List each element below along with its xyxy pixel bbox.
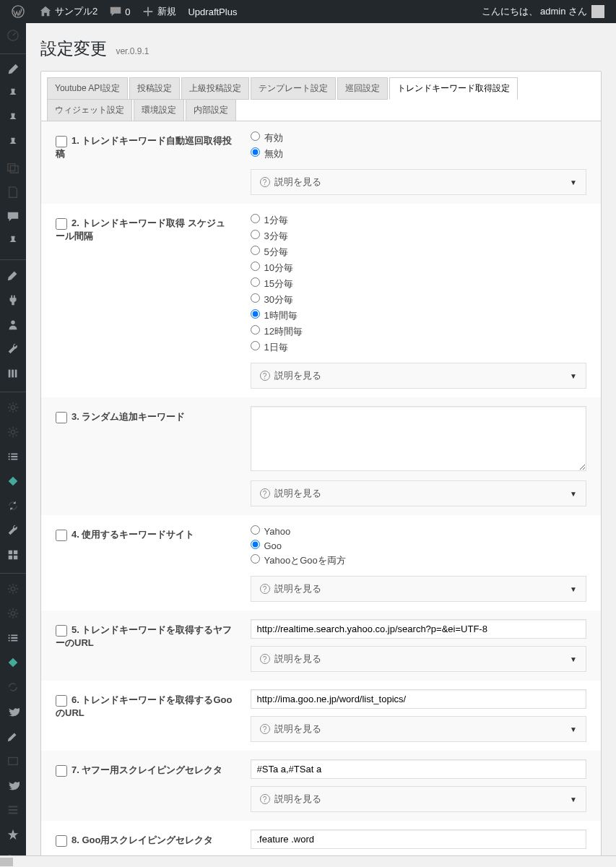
r2-option[interactable]: 12時間毎 [251,324,587,340]
tab-テンプレート設定[interactable]: テンプレート設定 [251,77,336,100]
menu-write[interactable] [0,724,26,749]
r2-radio[interactable] [251,293,260,303]
menu-pages[interactable] [0,180,26,204]
tab-Youtube API設定[interactable]: Youtube API設定 [47,77,128,100]
r2-option[interactable]: 1時間毎 [251,308,587,324]
menu-tools[interactable] [0,337,26,361]
row2-accordion[interactable]: ?説明を見る▼ [251,363,587,389]
row5-export-checkbox[interactable] [56,625,67,637]
r2-option[interactable]: 30分毎 [251,292,587,308]
menu-lines[interactable] [0,798,26,822]
menu-refresh-2[interactable] [0,675,26,699]
row2-export-checkbox[interactable] [56,218,67,230]
row5-accordion[interactable]: ?説明を見る▼ [251,646,587,672]
menu-gear-1[interactable] [0,395,26,420]
menu-tool-2[interactable] [0,518,26,543]
r2-option[interactable]: 3分毎 [251,228,587,244]
yahoo-url-input[interactable] [251,619,587,639]
new-content-link[interactable]: 新規 [136,0,182,23]
menu-dashboard[interactable] [0,23,26,48]
r1-option[interactable]: 無効 [251,146,587,162]
row6-accordion[interactable]: ?説明を見る▼ [251,716,587,742]
menu-appearance[interactable] [0,263,26,288]
wp-logo[interactable] [6,0,33,23]
r2-radio[interactable] [251,309,260,319]
r2-option[interactable]: 1分毎 [251,212,587,228]
tab-トレンドキーワード取得設定[interactable]: トレンドキーワード取得設定 [389,77,518,100]
r4-radio[interactable] [251,525,260,535]
tab-内部設定[interactable]: 内部設定 [186,99,236,121]
r4-option[interactable]: Yahoo [251,524,587,538]
menu-plugins[interactable] [0,288,26,312]
menu-pin-2[interactable] [0,106,26,131]
svg-rect-5 [15,370,17,378]
r2-option[interactable]: 5分毎 [251,244,587,260]
r4-option[interactable]: YahooとGooを両方 [251,553,587,569]
menu-gear-2[interactable] [0,420,26,444]
tab-巡回設定[interactable]: 巡回設定 [337,77,388,100]
r4-option[interactable]: Goo [251,538,587,553]
menu-refresh[interactable] [0,493,26,518]
menu-gear-4[interactable] [0,601,26,626]
row8-export-checkbox[interactable] [56,835,67,847]
menu-list-1[interactable] [0,444,26,469]
menu-gear-3[interactable] [0,577,26,601]
chevron-down-icon: ▼ [570,372,577,380]
r2-radio[interactable] [251,262,260,271]
r2-radio[interactable] [251,325,260,335]
menu-pin-3[interactable] [0,131,26,155]
r2-radio[interactable] [251,246,260,255]
row1-export-checkbox[interactable] [56,136,67,147]
r2-radio[interactable] [251,230,260,239]
r4-radio[interactable] [251,540,260,549]
random-keyword-textarea[interactable] [251,406,587,471]
row3-accordion[interactable]: ?説明を見る▼ [251,480,587,506]
r4-radio[interactable] [251,554,260,564]
row6-export-checkbox[interactable] [56,695,67,707]
updraft-link[interactable]: UpdraftPlus [182,0,243,23]
menu-diamond-2[interactable] [0,650,26,675]
row7-accordion[interactable]: ?説明を見る▼ [251,786,587,812]
menu-pin-4[interactable] [0,229,26,254]
row4-export-checkbox[interactable] [56,530,67,541]
yahoo-selector-input[interactable] [251,759,587,779]
menu-grid[interactable] [0,543,26,567]
chevron-down-icon: ▼ [570,585,577,593]
r1-radio[interactable] [251,131,260,141]
r2-radio[interactable] [251,341,260,350]
tab-ウィジェット設定[interactable]: ウィジェット設定 [47,99,132,121]
menu-comments[interactable] [0,204,26,229]
menu-star[interactable] [0,822,26,847]
account-link[interactable]: こんにちは、 admin さん [476,0,610,23]
menu-media[interactable] [0,155,26,180]
tab-環境設定[interactable]: 環境設定 [134,99,184,121]
r2-option[interactable]: 15分毎 [251,276,587,292]
menu-twitter-2[interactable] [0,773,26,798]
r1-radio[interactable] [251,147,260,157]
goo-selector-input[interactable] [251,829,587,849]
r2-radio[interactable] [251,277,260,287]
r2-option[interactable]: 10分毎 [251,260,587,276]
r2-radio[interactable] [251,214,260,223]
menu-twitter-1[interactable] [0,699,26,724]
scrollbar-thumb[interactable] [0,858,13,866]
menu-diamond-1[interactable] [0,469,26,493]
horizontal-scrollbar[interactable] [0,855,616,867]
row7-export-checkbox[interactable] [56,765,67,777]
goo-url-input[interactable] [251,689,587,709]
menu-box[interactable] [0,749,26,773]
menu-pin-1[interactable] [0,82,26,106]
r2-option[interactable]: 1日毎 [251,340,587,355]
row4-accordion[interactable]: ?説明を見る▼ [251,576,587,602]
r1-option[interactable]: 有効 [251,130,587,146]
tab-投稿設定[interactable]: 投稿設定 [129,77,180,100]
menu-settings[interactable] [0,361,26,386]
menu-list-2[interactable] [0,626,26,650]
tab-上級投稿設定[interactable]: 上級投稿設定 [181,77,249,100]
menu-users[interactable] [0,312,26,337]
row1-accordion[interactable]: ?説明を見る▼ [251,169,587,195]
site-name-link[interactable]: サンプル2 [33,0,103,23]
comments-link[interactable]: 0 [103,0,136,23]
menu-posts[interactable] [0,57,26,82]
row3-export-checkbox[interactable] [56,412,67,423]
